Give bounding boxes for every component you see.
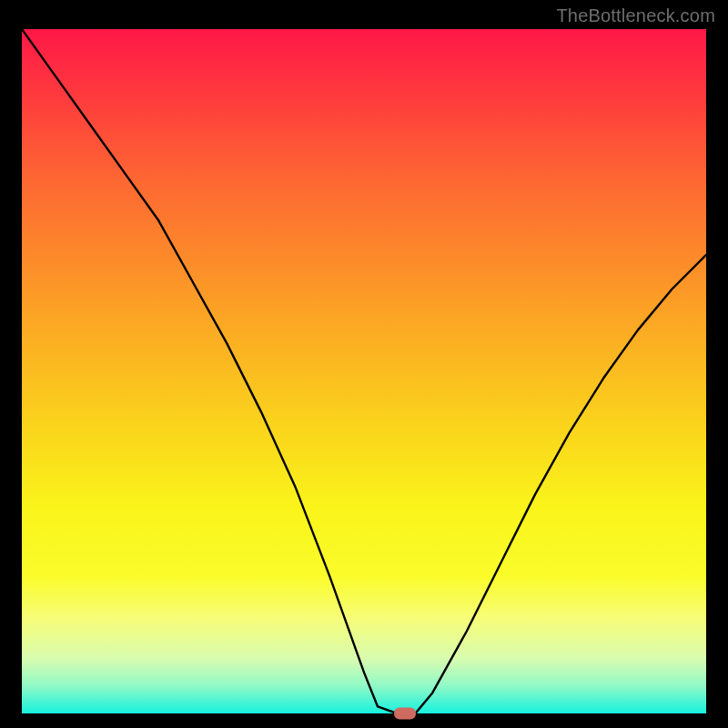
attribution-text: TheBottleneck.com: [556, 5, 715, 26]
plot-area: [22, 29, 706, 713]
chart-container: TheBottleneck.com: [0, 0, 728, 728]
bottleneck-curve: [22, 29, 706, 713]
minimum-point-marker: [394, 708, 416, 720]
